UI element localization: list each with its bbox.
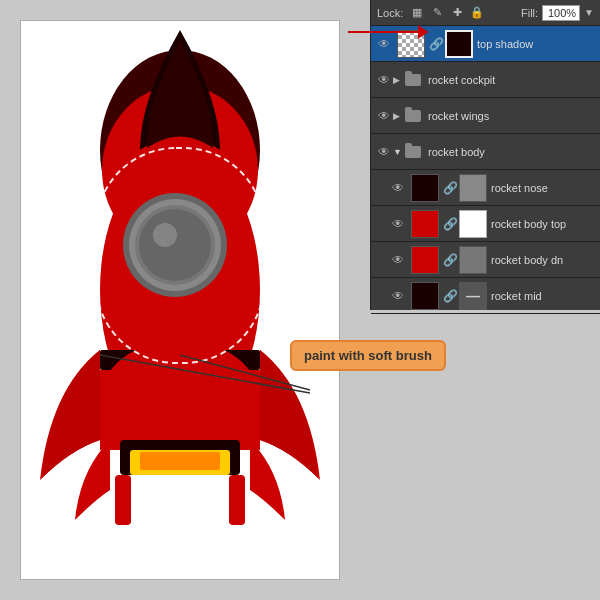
tooltip-text: paint with soft brush [304,348,432,363]
svg-rect-10 [100,370,260,450]
eye-icon-rocket-body-top[interactable]: 👁 [389,215,407,233]
chain-icon-rocket-nose: 🔗 [443,181,457,195]
lock-all-icon[interactable]: 🔒 [469,5,485,21]
chain-icon-rocket-body-dn: 🔗 [443,253,457,267]
layer-name-rocket-cockpit: rocket cockpit [428,74,495,86]
lock-label: Lock: [377,7,403,19]
eye-icon-rocket-cockpit[interactable]: 👁 [375,71,393,89]
layer-row-rocket-mid[interactable]: 👁 🔗 — rocket mid [371,278,600,314]
canvas-area: paint with soft brush [0,0,370,600]
folder-icon-rocket-cockpit [405,74,421,86]
layer-name-top-shadow: top shadow [477,38,533,50]
fill-dropdown-arrow[interactable]: ▼ [584,7,594,18]
chain-icon-rocket-mid: 🔗 [443,289,457,303]
layer-mask-rocket-body-top [459,210,487,238]
eye-icon-rocket-body[interactable]: 👁 [375,143,393,161]
expand-arrow-rocket-cockpit[interactable]: ▶ [393,75,405,85]
chain-icon-top-shadow: 🔗 [429,37,443,51]
eye-icon-rocket-body-dn[interactable]: 👁 [389,251,407,269]
layer-row-rocket-nose[interactable]: 👁 🔗 rocket nose [371,170,600,206]
layer-name-rocket-body-dn: rocket body dn [491,254,563,266]
eye-icon-top-shadow[interactable]: 👁 [375,35,393,53]
tooltip-box: paint with soft brush [290,340,446,371]
svg-point-7 [153,223,177,247]
layer-name-rocket-body: rocket body [428,146,485,158]
layer-thumb-rocket-body-dn [411,246,439,274]
layer-mask-rocket-body-dn [459,246,487,274]
layer-thumb-rocket-body-top [411,210,439,238]
layer-mask-rocket-nose [459,174,487,202]
fill-label: Fill: [521,7,538,19]
layer-mask-rocket-mid: — [459,282,487,310]
svg-rect-17 [229,510,245,524]
svg-rect-13 [140,452,220,470]
red-arrow-line [348,31,428,33]
layer-mask-top-shadow [445,30,473,58]
expand-arrow-rocket-body[interactable]: ▼ [393,147,405,157]
expand-arrow-rocket-wings[interactable]: ▶ [393,111,405,121]
layer-name-rocket-wings: rocket wings [428,110,489,122]
svg-rect-15 [115,510,131,524]
lock-pixel-icon[interactable]: ▦ [409,5,425,21]
layer-row-rocket-cockpit[interactable]: 👁 ▶ rocket cockpit [371,62,600,98]
layer-row-rocket-body[interactable]: 👁 ▼ rocket body [371,134,600,170]
fill-value[interactable]: 100% [542,5,580,21]
svg-point-6 [139,209,211,281]
layer-row-rocket-body-top[interactable]: 👁 🔗 rocket body top [371,206,600,242]
layers-panel: Lock: ▦ ✎ ✚ 🔒 Fill: 100% ▼ 👁 🔗 top shado… [370,0,600,310]
red-arrow-head [418,25,428,39]
eye-icon-rocket-nose[interactable]: 👁 [389,179,407,197]
eye-icon-rocket-mid[interactable]: 👁 [389,287,407,305]
rocket-svg [20,20,340,580]
eye-icon-rocket-wings[interactable]: 👁 [375,107,393,125]
layer-row-rocket-wings[interactable]: 👁 ▶ rocket wings [371,98,600,134]
chain-icon-rocket-body-top: 🔗 [443,217,457,231]
layer-name-rocket-body-top: rocket body top [491,218,566,230]
layer-name-rocket-mid: rocket mid [491,290,542,302]
layers-toolbar: Lock: ▦ ✎ ✚ 🔒 Fill: 100% ▼ [371,0,600,26]
layer-thumb-rocket-mid [411,282,439,310]
lock-move-icon[interactable]: ✚ [449,5,465,21]
layer-name-rocket-nose: rocket nose [491,182,548,194]
folder-icon-rocket-wings [405,110,421,122]
folder-icon-rocket-body [405,146,421,158]
layer-thumb-rocket-nose [411,174,439,202]
lock-brush-icon[interactable]: ✎ [429,5,445,21]
layer-row-rocket-body-dn[interactable]: 👁 🔗 rocket body dn [371,242,600,278]
